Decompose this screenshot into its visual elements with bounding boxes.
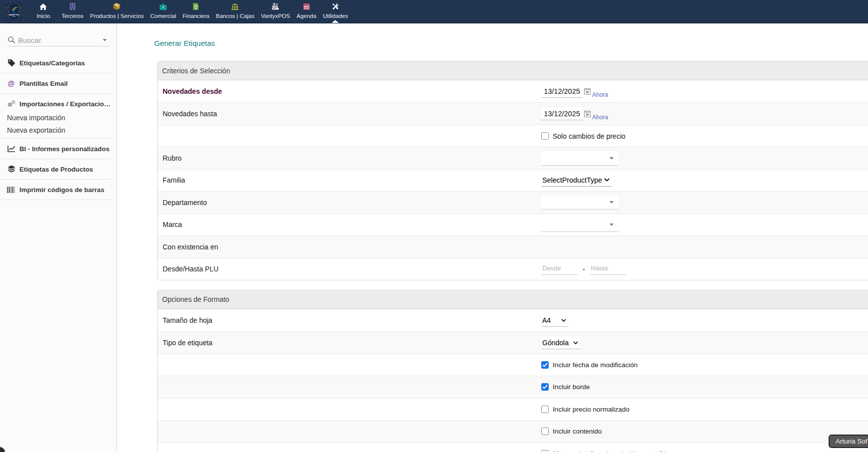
main-menu: Inicio Terceros Productos | Servicios Co… bbox=[33, 0, 351, 23]
row-novedades-desde: Novedades desde Ahora bbox=[158, 80, 868, 102]
familia-select[interactable]: SelectProductType bbox=[541, 174, 612, 187]
caret-down-icon bbox=[610, 157, 614, 160]
marca-combobox[interactable] bbox=[541, 218, 619, 232]
row-incluir-borde: Incluir borde bbox=[158, 376, 868, 398]
home-icon bbox=[39, 3, 47, 10]
plu-separator: - bbox=[583, 265, 585, 273]
row-departamento: Departamento bbox=[158, 191, 868, 213]
main-content: Generar Etiquetas Criterios de Selección… bbox=[117, 23, 868, 452]
criteria-panel-header: Criterios de Selección bbox=[158, 61, 868, 80]
chart-icon bbox=[7, 145, 15, 153]
sidebar-item-etiquetas-categorias[interactable]: Etiquetas/Categorías bbox=[0, 53, 116, 73]
departamento-label: Departamento bbox=[163, 199, 207, 207]
bank-icon bbox=[231, 3, 238, 10]
tipo-etiqueta-label: Tipo de etiqueta bbox=[163, 339, 213, 347]
page-title: Generar Etiquetas bbox=[154, 39, 868, 47]
chevron-down-icon bbox=[561, 319, 566, 322]
novedades-hasta-label: Novedades hasta bbox=[163, 110, 217, 118]
row-tamano-hoja: Tamaño de hoja A4 bbox=[158, 309, 868, 331]
sidebar-menu: Etiquetas/Categorías @ Plantillas Email bbox=[0, 53, 116, 200]
nav-item-vantyxpos[interactable]: VantyxPOS bbox=[257, 0, 293, 23]
mostrar-detalle-label: Mostrar detalle o descripción extendida bbox=[553, 450, 670, 452]
sidebar-item-etiquetas-productos[interactable]: Etiquetas de Productos bbox=[0, 159, 116, 179]
nav-item-productos-servicios[interactable]: Productos | Servicios bbox=[87, 0, 147, 23]
caret-down-icon bbox=[610, 201, 614, 204]
novedades-hasta-ahora-link[interactable]: Ahora bbox=[592, 114, 608, 121]
nav-item-comercial[interactable]: Comercial bbox=[147, 0, 180, 23]
svg-text:@: @ bbox=[8, 79, 15, 87]
novedades-desde-label: Novedades desde bbox=[163, 87, 222, 95]
barcode-icon bbox=[7, 187, 15, 193]
rubro-combobox[interactable] bbox=[541, 151, 619, 166]
con-existencia-label: Con existencia en bbox=[163, 243, 218, 251]
gears-icon bbox=[7, 100, 15, 108]
tamano-hoja-select[interactable]: A4 bbox=[541, 314, 568, 327]
row-con-existencia: Con existencia en bbox=[158, 235, 868, 257]
sidebar-item-imprimir-codigos[interactable]: Imprimir códigos de barras bbox=[0, 180, 116, 200]
nav-item-terceros[interactable]: Terceros bbox=[58, 0, 87, 23]
incluir-precio-label: Incluir precio normalizado bbox=[553, 406, 630, 413]
row-incluir-precio: Incluir precio normalizado bbox=[158, 398, 868, 420]
sidebar: Etiquetas/Categorías @ Plantillas Email bbox=[0, 23, 117, 452]
chevron-down-icon bbox=[604, 178, 610, 182]
chevron-down-icon bbox=[573, 341, 578, 344]
cash-register-icon bbox=[272, 3, 279, 10]
tamano-hoja-label: Tamaño de hoja bbox=[163, 316, 213, 324]
plu-hasta-input[interactable] bbox=[590, 263, 627, 275]
vantyx-logo[interactable]: VANTYX bbox=[6, 3, 22, 19]
marca-label: Marca bbox=[163, 221, 182, 228]
layers-icon bbox=[7, 165, 15, 173]
incluir-contenido-checkbox[interactable] bbox=[541, 428, 549, 435]
novedades-hasta-input[interactable] bbox=[541, 107, 583, 120]
sidebar-link-nueva-importacion[interactable]: Nueva importación bbox=[0, 112, 116, 124]
mostrar-detalle-checkbox[interactable] bbox=[541, 450, 549, 452]
incluir-borde-label: Incluir borde bbox=[553, 383, 590, 391]
nav-item-financiera[interactable]: Financiera bbox=[180, 0, 213, 23]
nav-item-inicio[interactable]: Inicio bbox=[33, 0, 53, 23]
incluir-fecha-label: Incluir fecha de modificación bbox=[553, 361, 638, 369]
cube-icon bbox=[113, 3, 120, 10]
briefcase-icon bbox=[160, 3, 167, 10]
sidebar-item-plantillas-email[interactable]: @ Plantillas Email bbox=[0, 73, 116, 93]
rubro-label: Rubro bbox=[163, 154, 182, 162]
novedades-desde-ahora-link[interactable]: Ahora bbox=[592, 91, 608, 98]
tag-icon bbox=[7, 59, 15, 67]
invoice-icon bbox=[193, 3, 199, 10]
plu-label: Desde/Hasta PLU bbox=[163, 265, 218, 273]
novedades-desde-input[interactable] bbox=[541, 85, 583, 98]
incluir-precio-checkbox[interactable] bbox=[541, 406, 549, 413]
incluir-fecha-checkbox[interactable] bbox=[541, 361, 549, 369]
row-incluir-contenido: Incluir contenido bbox=[158, 420, 868, 442]
top-navbar: VANTYX Inicio Terceros Productos | Servi… bbox=[0, 0, 868, 23]
calendar-picker-icon[interactable] bbox=[584, 111, 591, 117]
sidebar-link-nueva-exportacion[interactable]: Nueva exportación bbox=[0, 124, 116, 137]
row-rubro: Rubro bbox=[158, 147, 868, 169]
nav-item-bancos-cajas[interactable]: Bancos | Cajas bbox=[213, 0, 257, 23]
sidebar-item-bi-informes[interactable]: BI - Informes personalizados bbox=[0, 139, 116, 159]
calendar-icon bbox=[303, 3, 310, 10]
tools-icon bbox=[332, 3, 339, 10]
format-panel: Opciones de Formato Tamaño de hoja A4 Ti… bbox=[157, 290, 868, 452]
incluir-contenido-label: Incluir contenido bbox=[553, 428, 602, 435]
row-incluir-fecha: Incluir fecha de modificación bbox=[158, 354, 868, 376]
incluir-borde-checkbox[interactable] bbox=[541, 383, 549, 391]
row-novedades-hasta: Novedades hasta Ahora bbox=[158, 102, 868, 124]
search-input[interactable] bbox=[18, 35, 98, 45]
solo-cambios-label: Solo cambios de precio bbox=[553, 132, 626, 140]
calendar-picker-icon[interactable] bbox=[584, 88, 591, 95]
solo-cambios-checkbox[interactable] bbox=[541, 132, 549, 140]
format-panel-header: Opciones de Formato bbox=[158, 290, 868, 309]
building-icon bbox=[70, 3, 75, 10]
sidebar-item-importaciones-exportaciones[interactable]: Importaciones / Exportaciones bbox=[0, 94, 116, 114]
sidebar-search bbox=[7, 35, 109, 46]
criteria-panel: Criterios de Selección Novedades desde A… bbox=[157, 61, 868, 280]
nav-item-agenda[interactable]: Agenda bbox=[293, 0, 320, 23]
tipo-etiqueta-select[interactable]: Góndola bbox=[541, 336, 580, 349]
plu-desde-input[interactable] bbox=[541, 263, 578, 275]
departamento-combobox[interactable] bbox=[541, 195, 619, 210]
divider bbox=[0, 200, 112, 200]
nav-item-utilidades[interactable]: Utilidades bbox=[320, 0, 352, 23]
search-dropdown-caret-icon[interactable] bbox=[103, 39, 107, 41]
svg-text:VANTYX: VANTYX bbox=[9, 13, 19, 16]
row-solo-cambios: Solo cambios de precio bbox=[158, 125, 868, 147]
